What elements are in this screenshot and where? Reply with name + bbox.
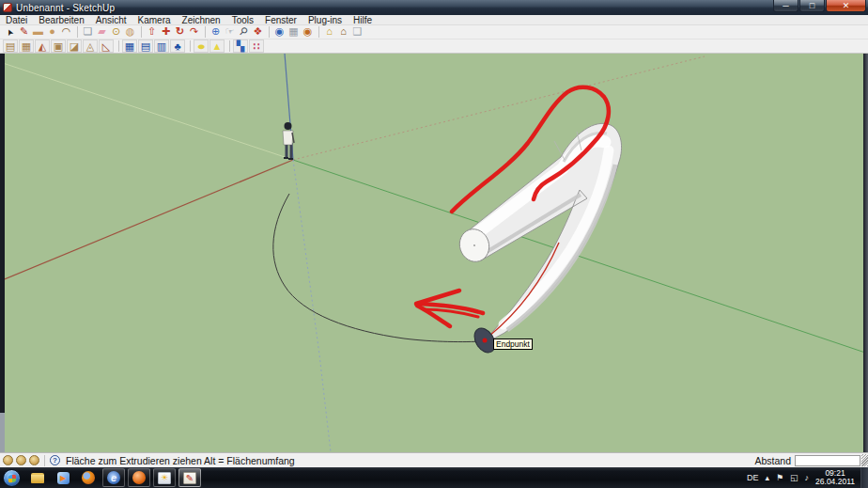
statusbar-help-text: Fläche zum Extrudieren ziehen Alt = Fläc…: [66, 455, 295, 466]
status-geolocation-icon[interactable]: [3, 455, 13, 465]
minimize-button[interactable]: ─: [773, 0, 798, 12]
close-button[interactable]: ✕: [826, 0, 866, 12]
component-box-tool-icon[interactable]: ❑: [350, 25, 364, 39]
plugin-columns-icon[interactable]: ▥: [154, 39, 169, 53]
plugin-tree-icon[interactable]: ♣: [170, 39, 185, 53]
zoom-tool-icon[interactable]: ⚲: [237, 25, 251, 39]
zoom-extents-tool-icon[interactable]: ❖: [251, 25, 265, 39]
menu-item[interactable]: Kamera: [132, 15, 177, 25]
separator[interactable]: [138, 26, 142, 38]
shape-cone-icon[interactable]: ▲: [209, 39, 225, 53]
window-title: Unbenannt - SketchUp: [16, 3, 115, 13]
sketchup-app-icon: [3, 3, 12, 12]
network-icon[interactable]: ◱: [790, 473, 798, 482]
measurement-input[interactable]: [795, 455, 860, 466]
taskbar-orange-app-button[interactable]: [128, 468, 150, 487]
plugin-color-dots-icon[interactable]: ∷: [249, 39, 264, 53]
window-left-border: [0, 54, 5, 452]
maximize-button[interactable]: □: [799, 0, 825, 12]
toggle-terrain-tool-icon[interactable]: ▦: [287, 25, 301, 39]
orbit-tool-icon[interactable]: ⊕: [209, 25, 223, 39]
rotate-tool-icon[interactable]: ↻: [173, 25, 187, 39]
volume-icon[interactable]: ♪: [805, 473, 810, 482]
hidden-icons-button[interactable]: ▴: [765, 473, 769, 482]
sandbox-stamp-icon[interactable]: ▣: [51, 39, 66, 53]
sandbox-smoove-icon[interactable]: ◭: [35, 39, 50, 53]
system-tray: DE ▴ ⚑ ◱ ♪ 09:21 26.04.2011: [747, 467, 868, 488]
get-models-tool-icon[interactable]: ⌂: [322, 25, 336, 39]
status-bar: ? Fläche zum Extrudieren ziehen Alt = Fl…: [0, 452, 868, 467]
photo-textures-tool-icon[interactable]: ◉: [301, 25, 315, 39]
path-curve: [273, 194, 482, 342]
endpoint-marker: [483, 338, 488, 343]
plugin-rows-icon[interactable]: ▤: [138, 39, 153, 53]
action-center-icon[interactable]: ⚑: [776, 473, 783, 482]
push-pull-tool-icon[interactable]: ⇧: [145, 25, 159, 39]
inference-tooltip: Endpunkt: [493, 338, 533, 350]
menu-item[interactable]: Hilfe: [348, 15, 378, 25]
menu-item[interactable]: Zeichnen: [177, 15, 226, 25]
drawing-axes: [0, 54, 868, 452]
sandbox-flip-edge-icon[interactable]: ◺: [99, 39, 114, 53]
menu-bar: DateiBearbeitenAnsichtKameraZeichnenTool…: [0, 15, 868, 25]
add-location-tool-icon[interactable]: ◉: [272, 25, 287, 39]
separator[interactable]: [187, 40, 191, 52]
sandbox-from-scratch-icon[interactable]: ▦: [19, 39, 34, 53]
sandbox-drape-icon[interactable]: ◪: [67, 39, 82, 53]
status-claim-icon[interactable]: [29, 455, 39, 465]
separator[interactable]: [116, 40, 119, 52]
separator[interactable]: [226, 40, 230, 52]
sandbox-from-contours-icon[interactable]: ▤: [3, 39, 18, 53]
select-tool-icon[interactable]: ➤: [3, 25, 17, 39]
tray-clock[interactable]: 09:21 26.04.2011: [815, 469, 855, 486]
share-model-tool-icon[interactable]: ⌂: [336, 25, 350, 39]
menu-item[interactable]: Plug-ins: [302, 15, 348, 25]
offset-tool-icon[interactable]: ↷: [187, 25, 201, 39]
taskbar-explorer-button[interactable]: [26, 468, 49, 487]
help-icon[interactable]: ?: [50, 455, 60, 465]
separator[interactable]: [316, 26, 319, 38]
taskbar-photo-viewer-button[interactable]: ☀: [153, 468, 176, 487]
line-tool-icon[interactable]: ✎: [17, 25, 31, 39]
separator[interactable]: [202, 26, 206, 38]
desktop: Unbenannt - SketchUp ─ □ ✕ DateiBearbeit…: [0, 0, 868, 488]
menu-item[interactable]: Tools: [226, 15, 259, 25]
pan-tool-icon[interactable]: ☞: [223, 25, 237, 39]
sandbox-add-detail-icon[interactable]: ◬: [83, 39, 98, 53]
taskbar-internet-explorer-button[interactable]: e: [102, 468, 125, 487]
separator[interactable]: [74, 26, 78, 38]
show-desktop-button[interactable]: [860, 467, 868, 488]
language-indicator[interactable]: DE: [747, 473, 759, 482]
separator[interactable]: [266, 26, 270, 38]
windows-logo-icon: [8, 474, 16, 482]
toolbar-plugins: ▤▦◭▣◪◬◺▦▤▥♣●▲▚∷: [0, 39, 868, 54]
make-component-tool-icon[interactable]: ❏: [81, 25, 95, 39]
menu-item[interactable]: Bearbeiten: [33, 15, 89, 25]
tube-model[interactable]: [456, 123, 622, 356]
circle-tool-icon[interactable]: ●: [45, 25, 59, 39]
window-titlebar[interactable]: Unbenannt - SketchUp ─ □ ✕: [0, 0, 868, 15]
move-tool-icon[interactable]: ✚: [159, 25, 173, 39]
start-button[interactable]: [3, 469, 21, 487]
paint-bucket-tool-icon[interactable]: ◍: [123, 25, 137, 39]
modeling-viewport[interactable]: Endpunkt: [0, 54, 868, 452]
status-credits-icon[interactable]: [16, 455, 26, 465]
shape-ellipsoid-icon[interactable]: ●: [194, 39, 209, 53]
plugin-grid-icon[interactable]: ▦: [122, 39, 137, 53]
viewport-canvas[interactable]: [0, 54, 868, 452]
scale-figure: [283, 122, 294, 159]
rectangle-tool-icon[interactable]: ▬: [31, 25, 45, 39]
taskbar-media-player-button[interactable]: ▶: [52, 468, 74, 487]
plugin-color-squares-icon[interactable]: ▚: [233, 39, 248, 53]
eraser-tool-icon[interactable]: ▰: [95, 25, 109, 39]
taskbar-firefox-button[interactable]: [77, 468, 100, 487]
tape-measure-tool-icon[interactable]: ⊙: [109, 25, 123, 39]
resize-grip[interactable]: [861, 454, 868, 466]
measurement-label: Abstand: [754, 455, 791, 466]
taskbar-sketchup-button[interactable]: ✎: [178, 468, 201, 487]
window-right-border: [863, 54, 868, 452]
menu-item[interactable]: Datei: [0, 15, 33, 25]
arc-tool-icon[interactable]: ◠: [59, 25, 73, 39]
menu-item[interactable]: Fenster: [259, 15, 302, 25]
menu-item[interactable]: Ansicht: [90, 15, 132, 25]
